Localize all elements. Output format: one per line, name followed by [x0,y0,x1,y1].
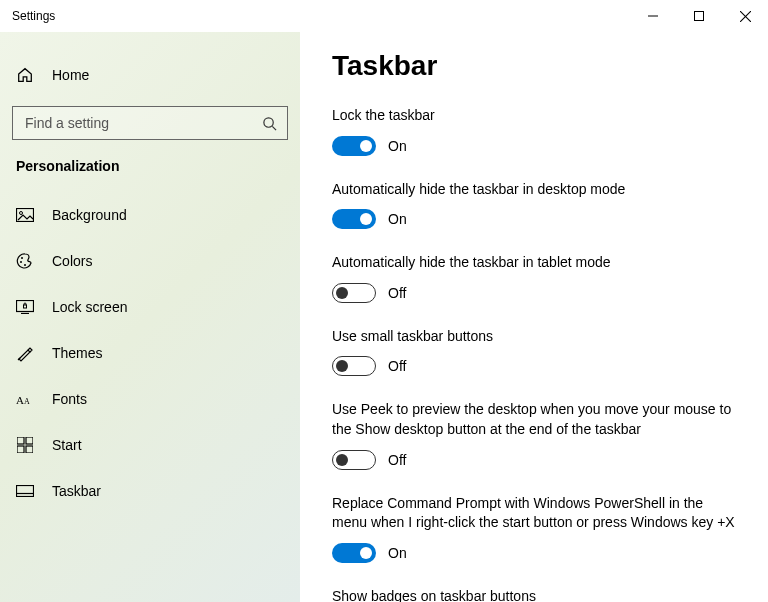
svg-rect-18 [26,437,33,444]
svg-rect-13 [24,305,27,308]
setting-label: Automatically hide the taskbar in deskto… [332,180,740,200]
nav-home-label: Home [52,67,89,83]
svg-rect-20 [26,446,33,453]
toggle-state-label: Off [388,358,406,374]
svg-line-5 [272,126,276,130]
sidebar-item-label: Themes [52,345,103,361]
svg-point-8 [21,257,23,259]
sidebar-item-start[interactable]: Start [0,422,300,468]
search-box[interactable] [12,106,288,140]
fonts-icon: AA [16,390,34,408]
taskbar-icon [16,482,34,500]
setting-item: Lock the taskbarOn [332,106,740,156]
minimize-icon [648,11,658,21]
setting-label: Lock the taskbar [332,106,740,126]
svg-text:A: A [16,394,24,406]
toggle-knob [336,454,348,466]
toggle-switch[interactable] [332,356,376,376]
setting-label: Use Peek to preview the desktop when you… [332,400,740,439]
toggle-switch[interactable] [332,283,376,303]
palette-icon [16,252,34,270]
start-icon [16,436,34,454]
sidebar-item-label: Lock screen [52,299,127,315]
svg-rect-17 [17,437,24,444]
setting-item: Automatically hide the taskbar in tablet… [332,253,740,303]
sidebar: Home Personalization Background Colors [0,32,300,602]
setting-item: Automatically hide the taskbar in deskto… [332,180,740,230]
sidebar-item-label: Background [52,207,127,223]
window-title: Settings [12,9,630,23]
setting-label: Automatically hide the taskbar in tablet… [332,253,740,273]
toggle-switch[interactable] [332,136,376,156]
home-icon [16,66,34,84]
svg-rect-1 [695,12,704,21]
svg-point-7 [20,212,23,215]
sidebar-item-colors[interactable]: Colors [0,238,300,284]
toggle-state-label: Off [388,452,406,468]
titlebar: Settings [0,0,768,32]
toggle-state-label: On [388,138,407,154]
toggle-switch[interactable] [332,209,376,229]
search-input[interactable] [23,114,262,132]
lock-screen-icon [16,298,34,316]
content-area: Taskbar Lock the taskbarOnAutomatically … [300,32,768,602]
toggle-knob [360,547,372,559]
sidebar-item-taskbar[interactable]: Taskbar [0,468,300,514]
toggle-state-label: Off [388,285,406,301]
search-icon [262,116,277,131]
setting-item: Use small taskbar buttonsOff [332,327,740,377]
maximize-icon [694,11,704,21]
svg-point-10 [24,264,26,266]
close-button[interactable] [722,0,768,32]
themes-icon [16,344,34,362]
svg-rect-11 [17,301,34,312]
svg-point-4 [264,117,273,126]
toggle-knob [360,140,372,152]
svg-point-9 [20,261,22,263]
category-label: Personalization [0,150,300,192]
svg-text:A: A [24,397,30,406]
toggle-row: On [332,209,740,229]
window-controls [630,0,768,32]
sidebar-item-lock-screen[interactable]: Lock screen [0,284,300,330]
setting-label: Show badges on taskbar buttons [332,587,740,602]
svg-rect-21 [17,486,34,497]
close-icon [740,11,751,22]
nav-home[interactable]: Home [0,52,300,98]
toggle-row: Off [332,450,740,470]
page-title: Taskbar [332,50,740,82]
toggle-row: On [332,543,740,563]
setting-item: Replace Command Prompt with Windows Powe… [332,494,740,563]
minimize-button[interactable] [630,0,676,32]
picture-icon [16,206,34,224]
sidebar-item-label: Colors [52,253,92,269]
toggle-row: Off [332,283,740,303]
setting-item: Use Peek to preview the desktop when you… [332,400,740,469]
maximize-button[interactable] [676,0,722,32]
toggle-state-label: On [388,545,407,561]
sidebar-item-label: Fonts [52,391,87,407]
sidebar-item-label: Taskbar [52,483,101,499]
sidebar-item-label: Start [52,437,82,453]
sidebar-item-background[interactable]: Background [0,192,300,238]
toggle-row: Off [332,356,740,376]
toggle-knob [336,360,348,372]
setting-item: Show badges on taskbar buttonsOn [332,587,740,602]
svg-rect-19 [17,446,24,453]
setting-label: Use small taskbar buttons [332,327,740,347]
toggle-state-label: On [388,211,407,227]
toggle-knob [336,287,348,299]
sidebar-item-themes[interactable]: Themes [0,330,300,376]
setting-label: Replace Command Prompt with Windows Powe… [332,494,740,533]
sidebar-item-fonts[interactable]: AA Fonts [0,376,300,422]
toggle-switch[interactable] [332,543,376,563]
toggle-row: On [332,136,740,156]
toggle-knob [360,213,372,225]
toggle-switch[interactable] [332,450,376,470]
